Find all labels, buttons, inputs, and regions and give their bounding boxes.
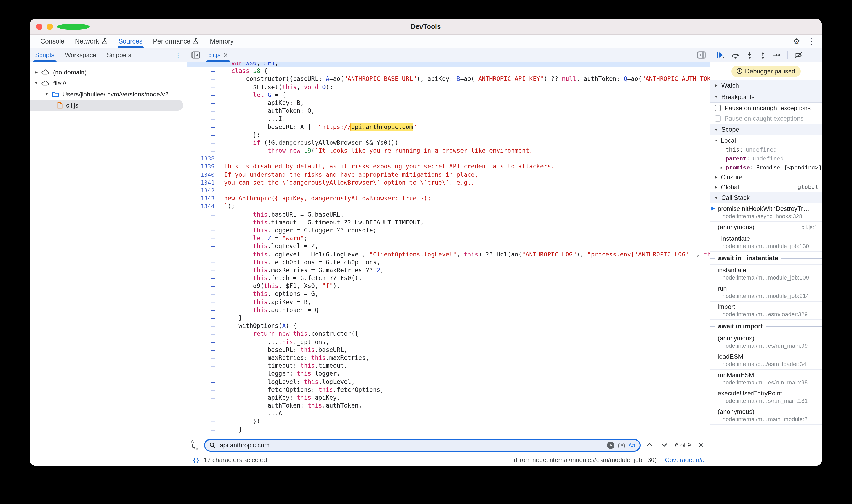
- line-gutter[interactable]: –: [187, 362, 220, 370]
- code-line[interactable]: 1342: [187, 187, 710, 195]
- line-gutter[interactable]: –: [187, 242, 220, 250]
- tab-memory[interactable]: Memory: [205, 35, 239, 48]
- line-gutter[interactable]: –: [187, 67, 220, 75]
- code-line[interactable]: – this.baseURL = G.baseURL,: [187, 211, 710, 218]
- code-line[interactable]: – let G = {: [187, 91, 710, 99]
- line-gutter[interactable]: –: [187, 410, 220, 418]
- search-field[interactable]: ✕ (.*) Aa: [204, 439, 641, 451]
- code-line[interactable]: – withOptions(A) {: [187, 322, 710, 330]
- line-gutter[interactable]: –: [187, 115, 220, 123]
- line-gutter[interactable]: 1341: [187, 179, 220, 187]
- line-gutter[interactable]: –: [187, 290, 220, 298]
- regex-toggle[interactable]: (.*): [618, 442, 625, 448]
- hide-debugger-panel-icon[interactable]: [697, 51, 706, 59]
- line-gutter[interactable]: 1338: [187, 155, 220, 163]
- scope-closure[interactable]: ▶ Closure: [710, 172, 821, 182]
- line-gutter[interactable]: –: [187, 234, 220, 242]
- code-line[interactable]: – logLevel: this.logLevel,: [187, 378, 710, 386]
- code-line[interactable]: – this.logLevel = Z,: [187, 242, 710, 250]
- code-line[interactable]: – apiKey: this.apiKey,: [187, 394, 710, 402]
- maximize-window-button[interactable]: [57, 23, 90, 30]
- code-line[interactable]: – constructor({baseURL: A=ao("ANTHROPIC_…: [187, 75, 710, 83]
- resume-button[interactable]: [717, 52, 725, 58]
- line-gutter[interactable]: –: [187, 131, 220, 139]
- line-gutter[interactable]: 1340: [187, 171, 220, 179]
- code-line[interactable]: – let Z = "warn";: [187, 234, 710, 242]
- source-origin-link[interactable]: node:internal/modules/esm/module_job:130: [533, 456, 655, 464]
- line-gutter[interactable]: –: [187, 426, 220, 433]
- navigator-kebab-icon[interactable]: ⋮: [170, 48, 187, 62]
- code-line[interactable]: 1338: [187, 155, 710, 163]
- section-breakpoints[interactable]: ▼ Breakpoints: [710, 91, 821, 103]
- code-line[interactable]: – authToken: this.authToken,: [187, 402, 710, 410]
- callstack-frame[interactable]: (anonymous)cli.js:1: [710, 222, 821, 233]
- line-gutter[interactable]: –: [187, 227, 220, 234]
- line-gutter[interactable]: –: [187, 147, 220, 155]
- line-gutter[interactable]: –: [187, 306, 220, 314]
- code-line[interactable]: – this.authToken = Q: [187, 306, 710, 314]
- line-gutter[interactable]: –: [187, 346, 220, 354]
- code-line[interactable]: – $F1.set(this, void 0);: [187, 83, 710, 91]
- callstack-frame[interactable]: ▶promiseInitHookWithDestroyTr…node:inter…: [710, 203, 821, 222]
- code-line[interactable]: – this.fetch = G.fetch ?? Fs0(),: [187, 274, 710, 282]
- line-gutter[interactable]: –: [187, 338, 220, 346]
- line-gutter[interactable]: –: [187, 107, 220, 115]
- step-button[interactable]: [773, 52, 781, 58]
- pause-uncaught-row[interactable]: Pause on uncaught exceptions: [710, 103, 821, 113]
- code-line[interactable]: – ...I,: [187, 115, 710, 123]
- code-line[interactable]: – maxRetries: this.maxRetries,: [187, 354, 710, 362]
- code-line[interactable]: 1341you can set the \`dangerouslyAllowBr…: [187, 179, 710, 187]
- line-gutter[interactable]: 1339: [187, 163, 220, 171]
- tab-network[interactable]: Network: [70, 35, 113, 48]
- line-gutter[interactable]: –: [187, 402, 220, 410]
- callstack-frame[interactable]: instantiatenode:internal/m…module_job:10…: [710, 265, 821, 283]
- pretty-print-icon[interactable]: {}: [193, 456, 200, 463]
- code-line[interactable]: – }: [187, 314, 710, 322]
- code-line[interactable]: – this.logger = G.logger ?? console;: [187, 227, 710, 234]
- code-line[interactable]: – fetchOptions: this.fetchOptions,: [187, 386, 710, 394]
- line-gutter[interactable]: –: [187, 274, 220, 282]
- code-line[interactable]: – logger: this.logger,: [187, 370, 710, 378]
- line-gutter[interactable]: –: [187, 370, 220, 378]
- code-line[interactable]: – this.logLevel = Hc1(G.logLevel, "Clien…: [187, 250, 710, 258]
- line-gutter[interactable]: –: [187, 322, 220, 330]
- match-case-toggle[interactable]: Aa: [628, 442, 635, 448]
- code-line[interactable]: – };: [187, 131, 710, 139]
- code-line[interactable]: – this.apiKey = B,: [187, 298, 710, 306]
- line-gutter[interactable]: –: [187, 283, 220, 290]
- settings-gear-icon[interactable]: ⚙: [793, 37, 800, 45]
- line-gutter[interactable]: –: [187, 75, 220, 83]
- scope-var-promise[interactable]: ▶ promise: Promise {<pending>}: [710, 163, 821, 172]
- line-gutter[interactable]: –: [187, 123, 220, 131]
- line-gutter[interactable]: –: [187, 314, 220, 322]
- code-line[interactable]: – ...A: [187, 410, 710, 418]
- more-options-kebab-icon[interactable]: ⋮: [807, 37, 815, 45]
- line-gutter[interactable]: –: [187, 354, 220, 362]
- code-line[interactable]: – authToken: Q,: [187, 107, 710, 115]
- tree-item-no-domain[interactable]: ▶ (no domain): [30, 67, 187, 78]
- previous-match-chevron-up-icon[interactable]: [644, 443, 655, 447]
- chevron-down-icon[interactable]: ▼: [45, 92, 49, 96]
- code-line[interactable]: – this.timeout = G.timeout ?? Lw.DEFAULT…: [187, 219, 710, 227]
- line-gutter[interactable]: –: [187, 219, 220, 227]
- code-line[interactable]: – ...this._options,: [187, 338, 710, 346]
- replace-toggle-icon[interactable]: A B: [190, 440, 201, 450]
- code-editor[interactable]: var Xs0, $F1,– class $8 {– constructor({…: [187, 62, 710, 436]
- line-gutter[interactable]: –: [187, 418, 220, 426]
- line-gutter[interactable]: –: [187, 83, 220, 91]
- line-gutter[interactable]: –: [187, 266, 220, 274]
- chevron-down-icon[interactable]: ▼: [34, 81, 38, 85]
- code-line[interactable]: – apiKey: B,: [187, 99, 710, 107]
- tab-sources[interactable]: Sources: [113, 35, 148, 48]
- section-scope[interactable]: ▼ Scope: [710, 124, 821, 135]
- scope-var-this[interactable]: this: undefined: [710, 145, 821, 154]
- section-watch[interactable]: ▶ Watch: [710, 80, 821, 91]
- code-line[interactable]: – return new this.constructor({: [187, 330, 710, 338]
- code-line[interactable]: – o9(this, $F1, Xs0, "f"),: [187, 283, 710, 290]
- line-gutter[interactable]: –: [187, 298, 220, 306]
- pause-caught-row[interactable]: Pause on caught exceptions: [710, 113, 821, 124]
- step-over-button[interactable]: [731, 52, 740, 58]
- code-line[interactable]: 1340If you understand the risks and have…: [187, 171, 710, 179]
- code-line[interactable]: 1343new Anthropic({ apiKey, dangerouslyA…: [187, 195, 710, 202]
- tab-scripts[interactable]: Scripts: [30, 48, 59, 62]
